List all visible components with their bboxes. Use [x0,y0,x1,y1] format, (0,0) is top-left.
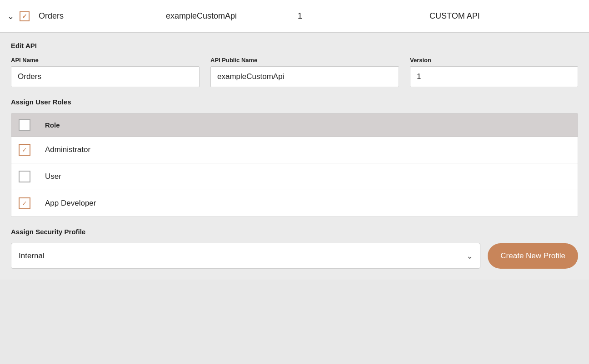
app-developer-label: App Developer [45,199,96,208]
app-developer-checkbox[interactable]: ✓ [19,197,30,209]
version-input[interactable] [410,66,578,87]
api-public-name-label: API Public Name [210,57,399,64]
api-public-name-field: API Public Name [210,57,399,87]
header-checkbox[interactable] [19,119,30,131]
user-checkbox[interactable] [19,171,30,182]
table-row: ✓ Administrator [11,137,578,163]
user-label: User [45,172,61,181]
api-public-name-input[interactable] [210,66,399,87]
checkmark-icon: ✓ [22,13,27,20]
top-row-api-type: CUSTOM API [429,11,582,21]
checkmark-icon: ✓ [22,200,27,207]
version-field: Version [410,57,578,87]
assign-roles-title: Assign User Roles [11,98,578,106]
administrator-label: Administrator [45,145,90,154]
version-label: Version [410,57,578,64]
assign-profile-title: Assign Security Profile [11,228,578,236]
roles-table-header: Role [11,113,578,137]
chevron-down-icon[interactable]: ⌄ [7,11,14,21]
edit-api-form-row: API Name API Public Name Version [11,57,578,87]
top-row-checkbox[interactable]: ✓ [20,11,30,21]
assign-security-profile-section: Assign Security Profile Internal Externa… [11,228,578,269]
profile-select[interactable]: Internal External Partner Custom [11,243,480,269]
table-row: ✓ App Developer [11,190,578,216]
administrator-checkbox[interactable]: ✓ [19,144,30,156]
edit-api-section: Edit API API Name API Public Name Versio… [11,42,578,87]
api-name-field: API Name [11,57,200,87]
roles-table: Role ✓ Administrator User ✓ App Develope… [11,113,578,217]
role-column-header: Role [45,121,60,129]
profile-row: Internal External Partner Custom ⌄ Creat… [11,243,578,269]
edit-api-title: Edit API [11,42,578,49]
profile-select-wrapper: Internal External Partner Custom ⌄ [11,243,480,269]
create-new-profile-button[interactable]: Create New Profile [488,243,578,269]
main-content: Edit API API Name API Public Name Versio… [0,33,589,280]
api-name-input[interactable] [11,66,200,87]
checkmark-icon: ✓ [22,146,27,153]
table-row: User [11,163,578,190]
top-row-version: 1 [298,11,429,21]
assign-roles-section: Assign User Roles Role ✓ Administrator U… [11,98,578,217]
api-name-label: API Name [11,57,200,64]
top-row-api-public-name: exampleCustomApi [166,11,298,21]
top-row: ⌄ ✓ Orders exampleCustomApi 1 CUSTOM API [0,0,589,33]
top-row-api-name: Orders [39,11,166,21]
